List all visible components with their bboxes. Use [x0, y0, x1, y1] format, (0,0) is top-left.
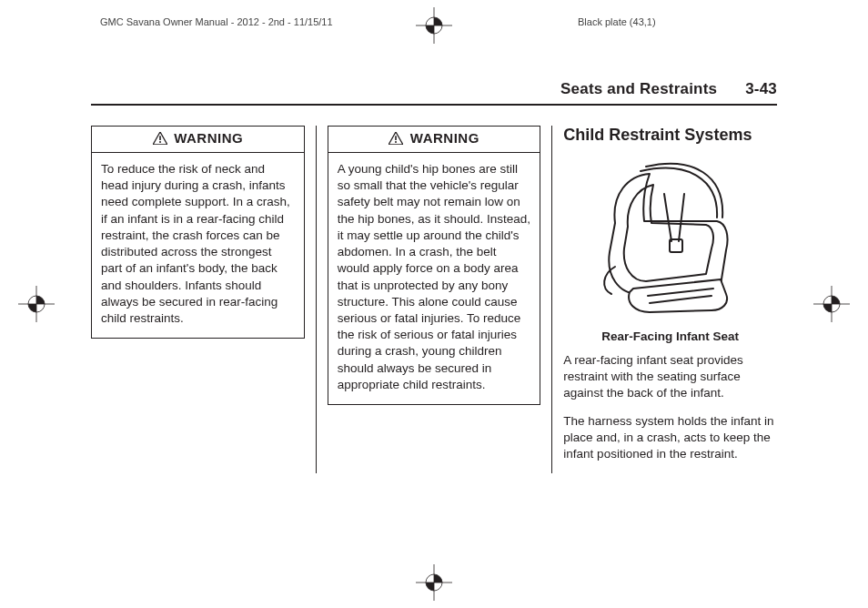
warning-body-2: A young child's hip bones are still so s…: [328, 153, 540, 404]
infant-seat-icon: [584, 157, 757, 317]
warning-triangle-icon: [153, 132, 167, 147]
columns: WARNING To reduce the risk of neck and h…: [91, 126, 777, 473]
warning-triangle-icon: [389, 132, 403, 147]
figure-caption: Rear-Facing Infant Seat: [563, 329, 777, 343]
svg-point-15: [395, 141, 397, 143]
column-1: WARNING To reduce the risk of neck and h…: [91, 126, 316, 473]
column-3: Child Restraint Systems: [551, 126, 777, 473]
page: GMC Savana Owner Manual - 2012 - 2nd - 1…: [0, 0, 868, 608]
registration-mark-left-icon: [18, 286, 55, 322]
section-header: Seats and Restraints 3-43: [91, 80, 777, 106]
paragraph-1: A rear-facing infant seat provides restr…: [563, 352, 777, 402]
warning-heading-1: WARNING: [92, 127, 304, 153]
registration-mark-right-icon: [813, 286, 850, 322]
figure-infant-seat: [563, 157, 777, 320]
page-number: 3-43: [745, 80, 777, 97]
content-frame: Seats and Restraints 3-43 WAR: [91, 80, 777, 572]
column-2: WARNING A young child's hip bones are st…: [316, 126, 552, 473]
section-title: Seats and Restraints: [560, 80, 717, 97]
warning-heading-2: WARNING: [328, 127, 540, 153]
warning-label-1: WARNING: [174, 130, 243, 146]
warning-box-2: WARNING A young child's hip bones are st…: [328, 126, 541, 405]
warning-body-1: To reduce the risk of neck and head inju…: [92, 153, 304, 338]
paragraph-2: The harness system holds the infant in p…: [563, 413, 777, 463]
svg-point-13: [159, 141, 161, 143]
warning-box-1: WARNING To reduce the risk of neck and h…: [91, 126, 305, 339]
running-header-right: Black plate (43,1): [578, 16, 656, 27]
heading-child-restraint: Child Restraint Systems: [563, 126, 777, 145]
warning-label-2: WARNING: [410, 130, 479, 146]
registration-mark-top-icon: [416, 7, 452, 44]
running-header-left: GMC Savana Owner Manual - 2012 - 2nd - 1…: [100, 16, 333, 27]
